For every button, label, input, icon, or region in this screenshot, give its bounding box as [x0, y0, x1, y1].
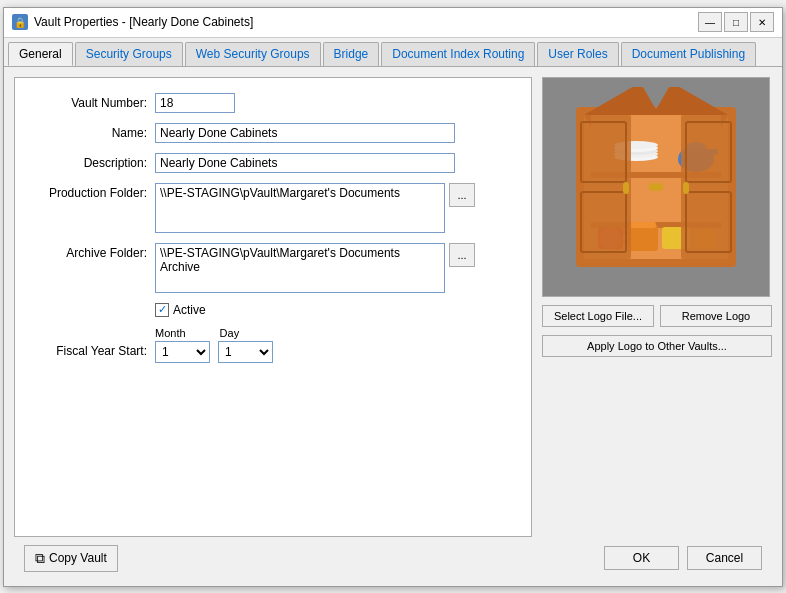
logo-buttons: Select Logo File... Remove Logo	[542, 305, 772, 327]
vault-number-label: Vault Number:	[35, 93, 155, 110]
tab-web-security-groups[interactable]: Web Security Groups	[185, 42, 321, 66]
title-bar: 🔒 Vault Properties - [Nearly Done Cabine…	[4, 8, 782, 38]
svg-rect-30	[623, 182, 629, 194]
month-select[interactable]: 1 2 3 4 5 6 7 8 9 10 11	[155, 341, 210, 363]
ok-cancel-group: OK Cancel	[604, 546, 762, 570]
content-area: Vault Number: Name: Description: Product…	[4, 67, 782, 586]
main-area: Vault Number: Name: Description: Product…	[14, 77, 772, 537]
svg-rect-24	[576, 115, 631, 259]
select-logo-button[interactable]: Select Logo File...	[542, 305, 654, 327]
archive-folder-label: Archive Folder:	[35, 243, 155, 260]
svg-rect-25	[681, 115, 736, 259]
svg-rect-19	[630, 222, 656, 228]
description-label: Description:	[35, 153, 155, 170]
production-folder-wrapper: ...	[155, 183, 475, 233]
apply-logo-button[interactable]: Apply Logo to Other Vaults...	[542, 335, 772, 357]
tab-document-publishing[interactable]: Document Publishing	[621, 42, 756, 66]
name-row: Name:	[35, 123, 511, 143]
description-input[interactable]	[155, 153, 455, 173]
active-checkbox[interactable]: ✓	[155, 303, 169, 317]
archive-folder-row: Archive Folder: ...	[35, 243, 511, 293]
remove-logo-button[interactable]: Remove Logo	[660, 305, 772, 327]
right-panel: Select Logo File... Remove Logo Apply Lo…	[542, 77, 772, 537]
copy-icon: ⧉	[35, 550, 45, 567]
app-icon: 🔒	[12, 14, 28, 30]
bottom-bar: ⧉ Copy Vault OK Cancel	[14, 537, 772, 576]
active-checkbox-label[interactable]: ✓ Active	[155, 303, 206, 317]
production-folder-row: Production Folder: ...	[35, 183, 511, 233]
production-folder-input[interactable]	[155, 183, 445, 233]
fiscal-year-row: Fiscal Year Start: 1 2 3 4 5 6 7 8	[35, 341, 511, 363]
close-button[interactable]: ✕	[750, 12, 774, 32]
tab-document-index-routing[interactable]: Document Index Routing	[381, 42, 535, 66]
day-select[interactable]: 1 2 3 4 5 6 7 8 9 10 11	[218, 341, 273, 363]
archive-folder-wrapper: ...	[155, 243, 475, 293]
archive-folder-input[interactable]	[155, 243, 445, 293]
production-folder-browse-button[interactable]: ...	[449, 183, 475, 207]
minimize-button[interactable]: —	[698, 12, 722, 32]
window-controls: — □ ✕	[698, 12, 774, 32]
tab-general[interactable]: General	[8, 42, 73, 66]
copy-vault-button[interactable]: ⧉ Copy Vault	[24, 545, 118, 572]
name-label: Name:	[35, 123, 155, 140]
production-folder-label: Production Folder:	[35, 183, 155, 200]
name-input[interactable]	[155, 123, 455, 143]
vault-number-input[interactable]	[155, 93, 235, 113]
tab-user-roles[interactable]: User Roles	[537, 42, 618, 66]
svg-point-23	[655, 183, 663, 191]
cancel-button[interactable]: Cancel	[687, 546, 762, 570]
svg-rect-31	[683, 182, 689, 194]
copy-vault-label: Copy Vault	[49, 551, 107, 565]
svg-rect-18	[628, 225, 658, 251]
month-column-label: Month	[155, 327, 186, 339]
tab-bar: General Security Groups Web Security Gro…	[4, 38, 782, 67]
logo-preview	[542, 77, 770, 297]
fiscal-year-header: Month Day	[35, 327, 511, 341]
active-label-text: Active	[173, 303, 206, 317]
fiscal-year-section: Month Day Fiscal Year Start: 1 2 3 4	[35, 327, 511, 363]
title-bar-left: 🔒 Vault Properties - [Nearly Done Cabine…	[12, 14, 253, 30]
fiscal-column-labels: Month Day	[155, 327, 239, 339]
ok-button[interactable]: OK	[604, 546, 679, 570]
day-column-label: Day	[220, 327, 240, 339]
fiscal-selects: 1 2 3 4 5 6 7 8 9 10 11	[155, 341, 273, 363]
main-window: 🔒 Vault Properties - [Nearly Done Cabine…	[3, 7, 783, 587]
cabinet-illustration	[556, 87, 756, 287]
tab-security-groups[interactable]: Security Groups	[75, 42, 183, 66]
window-title: Vault Properties - [Nearly Done Cabinets…	[34, 15, 253, 29]
active-row: ✓ Active	[35, 303, 511, 317]
maximize-button[interactable]: □	[724, 12, 748, 32]
description-row: Description:	[35, 153, 511, 173]
vault-number-row: Vault Number:	[35, 93, 511, 113]
archive-folder-browse-button[interactable]: ...	[449, 243, 475, 267]
tab-bridge[interactable]: Bridge	[323, 42, 380, 66]
form-panel: Vault Number: Name: Description: Product…	[14, 77, 532, 537]
fiscal-year-start-label: Fiscal Year Start:	[35, 341, 155, 358]
